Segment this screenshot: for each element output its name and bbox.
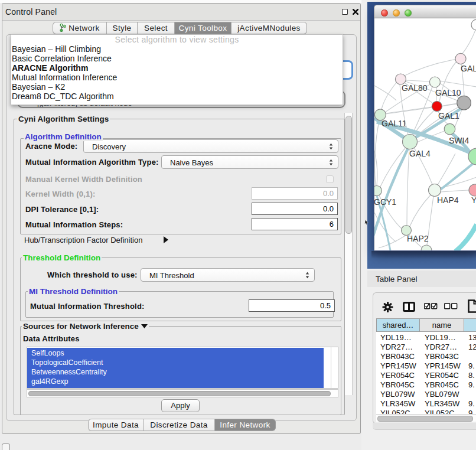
svg-text:GAL80: GAL80: [402, 83, 428, 93]
svg-text:GAL1: GAL1: [438, 111, 459, 120]
svg-text:GAL11: GAL11: [382, 119, 407, 128]
svg-text:HAP2: HAP2: [407, 234, 429, 243]
svg-text:GAL10: GAL10: [435, 88, 461, 97]
svg-text:HAP4: HAP4: [437, 195, 459, 205]
svg-text:YE: YE: [471, 195, 476, 205]
svg-text:GCY1: GCY1: [374, 197, 396, 207]
svg-text:GAL2: GAL2: [461, 64, 476, 73]
svg-text:SWI4: SWI4: [449, 136, 469, 145]
svg-text:GAL4: GAL4: [409, 149, 431, 158]
